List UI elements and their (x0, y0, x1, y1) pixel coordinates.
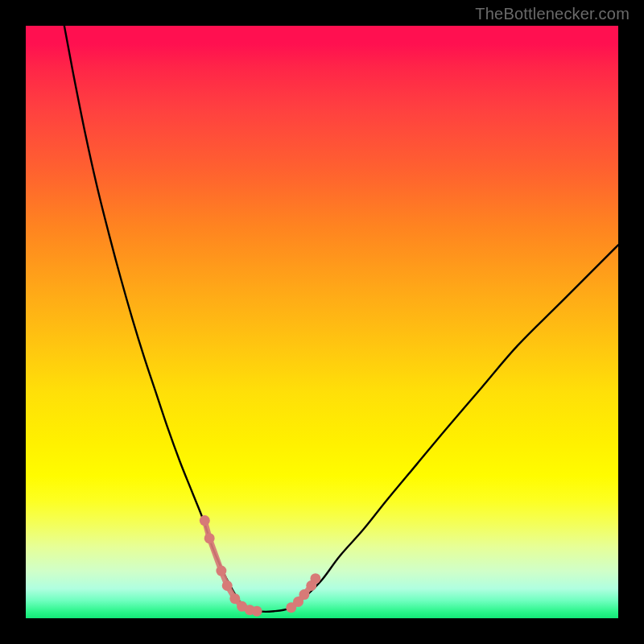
marker-dot (222, 580, 233, 591)
marker-dot (310, 573, 320, 584)
curve-left-path (64, 26, 248, 609)
marker-dot (204, 533, 215, 543)
watermark-text: TheBottlenecker.com (475, 5, 630, 23)
marker-dot (252, 606, 262, 617)
marker-dot (200, 515, 210, 526)
chart-frame: TheBottlenecker.com (0, 0, 644, 644)
marker-dot (216, 566, 226, 576)
marker-dot (299, 589, 309, 600)
chart-svg (26, 26, 618, 618)
curve-right-path (292, 245, 618, 607)
marker-group (200, 515, 321, 617)
marker-dot (229, 593, 240, 604)
curve-group (64, 26, 618, 612)
plot-area (26, 26, 618, 618)
